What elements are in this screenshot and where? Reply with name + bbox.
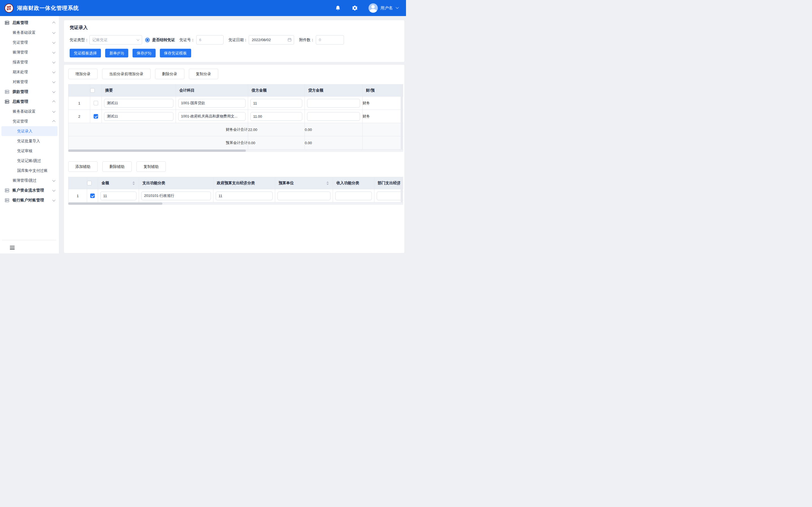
voucher-entry-form-panel: 凭证录入 凭证类型： 记账凭证 是否结转凭证 凭证号： 凭证日期： (64, 20, 404, 62)
sidebar-item-account-basic-settings-2[interactable]: 账务基础设置 (0, 107, 59, 116)
voucher-type-select[interactable]: 记账凭证 (89, 35, 142, 45)
credit-input[interactable] (307, 99, 360, 108)
save-button[interactable]: 保存(F5) (133, 49, 156, 57)
notification-bell-icon[interactable] (335, 5, 341, 11)
aux-vertical-scrollbar[interactable] (401, 177, 403, 203)
row-checkbox-checked[interactable] (90, 193, 95, 198)
app-window: 湖南财政 湖南财政一体化管理系统 用户名 总账管理 账务基础设置 凭证管理 账簿… (0, 0, 406, 253)
voucher-no-input[interactable] (196, 35, 223, 45)
chevron-down-icon (52, 80, 55, 83)
chevron-up-icon (52, 120, 55, 123)
budget-unit-input[interactable] (277, 191, 331, 200)
select-all-checkbox[interactable] (90, 88, 95, 93)
sidebar-item-account-basic-settings[interactable]: 账务基础设置 (0, 27, 59, 38)
debit-input[interactable] (250, 99, 302, 108)
financial-total-label: 财务会计合计 (68, 123, 248, 136)
stack-icon (5, 198, 9, 203)
calendar-icon[interactable] (288, 38, 292, 43)
sidebar-item-voucher-batch-import[interactable]: 凭证批量导入 (0, 136, 59, 146)
chevron-down-icon (52, 188, 55, 191)
row-number-header (68, 84, 90, 97)
delete-entry-button[interactable]: 删除分录 (155, 69, 185, 79)
chevron-down-icon (52, 90, 55, 93)
chevron-down-icon (52, 70, 55, 73)
delete-aux-button[interactable]: 删除辅助 (102, 161, 132, 172)
carryover-radio[interactable] (145, 38, 150, 42)
copy-aux-button[interactable]: 复制辅助 (137, 161, 166, 172)
sidebar-item-general-ledger[interactable]: 总账管理 (0, 18, 59, 27)
chevron-down-icon (52, 178, 55, 181)
row-checkbox[interactable] (94, 101, 98, 105)
dept-expense-econ-input[interactable] (377, 191, 403, 200)
sidebar-item-bank-account-reconciliation-management[interactable]: 银行账户对账管理 (0, 195, 59, 205)
sidebar-item-appropriation-management[interactable]: 拨款管理 (0, 87, 59, 97)
save-template-button[interactable]: 保存凭证模板 (160, 49, 191, 57)
sidebar-item-voucher-posting-skip[interactable]: 凭证记账/跳过 (0, 156, 59, 166)
sidebar-item-voucher-entry[interactable]: 凭证录入 (1, 126, 57, 136)
new-doc-button[interactable]: 新单(F3) (105, 49, 128, 57)
account-input[interactable] (178, 112, 246, 121)
income-function-input[interactable] (335, 191, 372, 200)
summary-input[interactable] (104, 112, 173, 121)
sort-icon[interactable] (133, 181, 135, 185)
sidebar-item-voucher-review[interactable]: 凭证审核 (0, 146, 59, 156)
sidebar-item-voucher-management[interactable]: 凭证管理 (0, 38, 59, 47)
scrollbar-thumb[interactable] (68, 203, 162, 205)
expense-function-input[interactable] (141, 191, 211, 200)
sidebar-item-ledger-book-management[interactable]: 账簿管理 (0, 47, 59, 57)
sort-icon[interactable] (326, 181, 329, 185)
row-number-header (68, 177, 87, 189)
voucher-date-input[interactable] (249, 35, 294, 45)
sidebar-item-account-funds-flow-management[interactable]: 账户资金流水管理 (0, 185, 59, 195)
chevron-down-icon (52, 109, 55, 112)
entries-table: 摘要 会计科目 借方金额 贷方金额 财/预 1 财务 (68, 84, 403, 150)
entries-vertical-scrollbar[interactable] (401, 84, 403, 150)
row-checkbox-checked[interactable] (94, 114, 98, 119)
type-value: 财务 (363, 97, 403, 110)
aux-table: 金额 支出功能分类 政府预算支出经济分类 预算单位 收入功能分类 部门支出经济 … (68, 177, 403, 203)
username-label[interactable]: 用户名 (380, 5, 393, 11)
aux-table-wrapper: 金额 支出功能分类 政府预算支出经济分类 预算单位 收入功能分类 部门支出经济 … (68, 177, 403, 205)
scrollbar-thumb[interactable] (68, 150, 246, 152)
gov-budget-econ-input[interactable] (216, 191, 273, 200)
type-column-header: 财/预 (363, 84, 403, 97)
settings-gear-icon[interactable] (352, 5, 358, 11)
sidebar-item-period-end-processing[interactable]: 期末处理 (0, 67, 59, 77)
carryover-label: 是否结转凭证 (152, 38, 175, 43)
summary-input[interactable] (104, 99, 173, 108)
entry-toolbar: 增加分录 当前分录前增加分录 删除分录 复制分录 (68, 69, 404, 79)
income-function-column-header: 收入功能分类 (333, 177, 374, 189)
copy-entry-button[interactable]: 复制分录 (189, 69, 218, 79)
sidebar-item-report-management[interactable]: 报表管理 (0, 57, 59, 67)
aux-horizontal-scrollbar[interactable] (68, 203, 403, 205)
sidebar-item-treasury-centralized-payment-posting[interactable]: 国库集中支付过账 (0, 166, 59, 175)
voucher-type-value: 记账凭证 (93, 38, 137, 43)
sidebar-item-ledger-book-skip[interactable]: 账簿管理/跳过 (0, 175, 59, 185)
sidebar-item-general-ledger-2[interactable]: 总账管理 (0, 97, 59, 107)
debit-input[interactable] (250, 112, 302, 121)
sidebar-item-voucher-management-2[interactable]: 凭证管理 (0, 116, 59, 126)
financial-total-row: 财务会计合计 22.00 0.00 (68, 123, 403, 136)
account-input[interactable] (178, 99, 246, 108)
user-avatar[interactable] (368, 3, 378, 13)
insert-entry-before-button[interactable]: 当前分录前增加分录 (102, 69, 151, 79)
credit-input[interactable] (307, 112, 360, 121)
entries-horizontal-scrollbar[interactable] (68, 150, 403, 152)
stack-icon (5, 100, 9, 104)
template-select-button[interactable]: 凭证模板选择 (70, 49, 101, 57)
expense-function-column-header: 支出功能分类 (139, 177, 213, 189)
user-menu-chevron-down-icon[interactable] (396, 6, 399, 9)
dept-expense-econ-column-header: 部门支出经济 (374, 177, 403, 189)
entries-panel: 增加分录 当前分录前增加分录 删除分录 复制分录 摘要 会计科目 借方金额 贷方… (64, 65, 404, 253)
select-all-checkbox[interactable] (87, 181, 92, 185)
chevron-down-icon (52, 40, 55, 43)
sidebar-item-reconciliation-management[interactable]: 对账管理 (0, 77, 59, 87)
sidebar-collapse-hamburger-icon[interactable] (10, 246, 15, 249)
add-aux-button[interactable]: 添加辅助 (68, 161, 98, 172)
select-all-header (90, 84, 102, 97)
attachment-count-input[interactable] (316, 35, 344, 45)
add-entry-button[interactable]: 增加分录 (68, 69, 98, 79)
voucher-no-label: 凭证号： (180, 38, 195, 43)
top-bar: 湖南财政 湖南财政一体化管理系统 用户名 (0, 0, 406, 16)
amount-input[interactable] (100, 191, 137, 200)
